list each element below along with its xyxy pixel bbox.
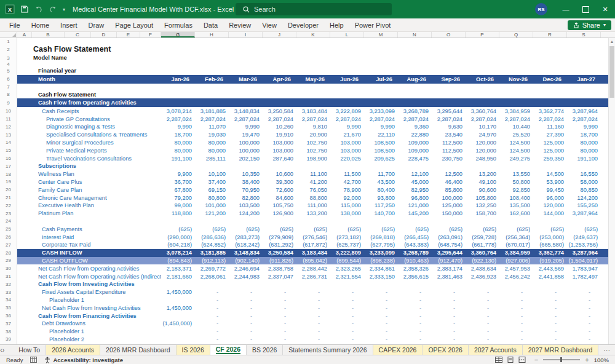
cell-value[interactable]: 11,160 <box>533 124 567 130</box>
row-header-33[interactable]: 33 <box>0 288 17 296</box>
cell-value[interactable]: - <box>466 305 499 311</box>
cell-value[interactable]: 79,200 <box>161 195 195 201</box>
cell-value[interactable]: 14,500 <box>533 171 567 177</box>
row-header-22[interactable]: 22 <box>0 202 17 210</box>
column-header-M[interactable]: M <box>364 32 398 38</box>
page-layout-view-icon[interactable] <box>507 357 514 363</box>
cell-value[interactable]: (625) <box>466 226 499 232</box>
cell-value[interactable]: 3,078,214 <box>161 250 195 256</box>
minimize-button[interactable]: — <box>556 0 576 18</box>
cell-value[interactable]: (625) <box>330 226 364 232</box>
cell-value[interactable]: - <box>263 320 296 326</box>
cell-value[interactable]: - <box>330 328 364 334</box>
cell-value[interactable]: - <box>533 313 567 319</box>
cell-value[interactable]: 2,287,024 <box>229 116 263 122</box>
cell-label[interactable]: Diagnostic Imaging & Tests <box>32 124 161 130</box>
cell-value[interactable]: - <box>296 289 330 295</box>
cell-value[interactable]: (604,218) <box>161 242 195 248</box>
excel-app-icon[interactable]: X <box>5 4 15 14</box>
cell-value[interactable]: 46,400 <box>432 179 466 185</box>
cell-value[interactable]: 78,900 <box>330 187 364 193</box>
cell-value[interactable]: - <box>499 320 533 326</box>
cell-value[interactable]: 49,100 <box>466 179 499 185</box>
cell-value[interactable]: - <box>229 305 263 311</box>
cell-value[interactable]: 3,181,885 <box>195 250 229 256</box>
cell-value[interactable]: (286,636) <box>195 234 229 240</box>
row-header-17[interactable]: 17 <box>0 162 17 170</box>
cell-value[interactable]: - <box>330 320 364 326</box>
column-header-B[interactable]: B <box>32 32 65 38</box>
column-header-H[interactable]: H <box>195 32 229 38</box>
row-header-1[interactable]: 1 <box>0 38 17 44</box>
cell-value[interactable]: 191,100 <box>567 156 601 162</box>
cell-label[interactable]: Executive Health Plan <box>32 202 161 208</box>
cell-value[interactable]: 2,333,150 <box>364 274 398 280</box>
cell-label[interactable]: Cash Receipts <box>32 108 161 114</box>
cell-value[interactable]: 103,000 <box>330 148 364 154</box>
cell-value[interactable]: 3,181,885 <box>195 108 229 114</box>
cell-value[interactable]: (661,778) <box>466 242 499 248</box>
cell-value[interactable]: 10,260 <box>263 124 296 130</box>
cell-label[interactable]: Private Medical Reports <box>32 148 161 154</box>
cell-label[interactable]: Placeholder 1 <box>32 297 161 303</box>
cell-value[interactable]: - <box>263 336 296 342</box>
row-header-36[interactable]: 36 <box>0 312 17 320</box>
cell-value[interactable]: 103,000 <box>263 148 296 154</box>
zoom-slider[interactable] <box>543 359 580 360</box>
cell-label[interactable]: Fixed Assets Capital Expenditure <box>32 289 161 295</box>
cell-value[interactable]: May-26 <box>296 76 330 82</box>
cell-value[interactable]: 3,362,774 <box>533 108 567 114</box>
cell-value[interactable]: 9,990 <box>330 124 364 130</box>
cell-value[interactable]: - <box>364 328 398 334</box>
search-input[interactable]: Search <box>236 3 392 15</box>
row-header-38[interactable]: 38 <box>0 328 17 336</box>
cell-value[interactable]: 67,800 <box>161 187 195 193</box>
cell-value[interactable]: (625) <box>533 226 567 232</box>
column-header-I[interactable]: I <box>229 32 263 38</box>
cell-value[interactable]: 2,436,923 <box>466 274 499 280</box>
cell-value[interactable]: 3,362,774 <box>533 250 567 256</box>
cell-value[interactable]: - <box>195 336 229 342</box>
cell-value[interactable]: 111,000 <box>296 202 330 208</box>
cell-value[interactable]: - <box>432 320 466 326</box>
cell-value[interactable]: (625) <box>499 226 533 232</box>
cell-value[interactable]: 125,000 <box>533 140 567 146</box>
cell-value[interactable]: 138,000 <box>330 210 364 216</box>
column-header-R[interactable]: R <box>533 32 567 38</box>
cell-value[interactable]: - <box>466 320 499 326</box>
cell-value[interactable]: Oct-26 <box>466 76 499 82</box>
cell-value[interactable]: 9,990 <box>161 124 195 130</box>
vertical-scroll-thumb[interactable] <box>609 46 614 98</box>
cell-value[interactable]: - <box>330 289 364 295</box>
cell-value[interactable]: 3,360,764 <box>466 108 499 114</box>
sheet-tab-bs-2026[interactable]: BS 2026 <box>247 345 283 355</box>
cell-value[interactable]: (283,273) <box>229 234 263 240</box>
cell-value[interactable]: - <box>195 313 229 319</box>
row-header-4[interactable]: 4 <box>0 62 17 67</box>
cell-value[interactable]: - <box>195 328 229 334</box>
row-header-9[interactable]: 9 <box>0 98 17 107</box>
column-header-L[interactable]: L <box>330 32 364 38</box>
cell-value[interactable]: - <box>263 297 296 303</box>
ribbon-tab-review[interactable]: Review <box>223 20 256 31</box>
cell-label[interactable]: Cash Flow from Operating Activities <box>17 100 161 106</box>
cell-value[interactable]: 19,910 <box>263 132 296 138</box>
cell-value[interactable]: 2,287,024 <box>263 116 296 122</box>
cell-value[interactable]: - <box>499 328 533 334</box>
cell-value[interactable]: 2,356,615 <box>398 274 432 280</box>
cell-value[interactable]: - <box>533 328 567 334</box>
cell-value[interactable]: 2,323,265 <box>330 266 364 272</box>
cell-value[interactable]: (618,242) <box>229 242 263 248</box>
cell-value[interactable]: 50,800 <box>499 179 533 185</box>
cell-value[interactable]: (670,017) <box>499 242 533 248</box>
row-header-14[interactable]: 14 <box>0 139 17 147</box>
cell-value[interactable]: - <box>398 336 432 342</box>
cell-value[interactable]: (624,852) <box>195 242 229 248</box>
restore-button[interactable] <box>576 0 595 18</box>
cell-value[interactable]: - <box>330 305 364 311</box>
cell-value[interactable]: - <box>398 305 432 311</box>
cell-value[interactable]: 191,100 <box>161 156 195 162</box>
cell-value[interactable]: 72,600 <box>263 187 296 193</box>
cell-value[interactable]: 230,750 <box>432 156 466 162</box>
cell-value[interactable]: (895,042) <box>296 258 330 264</box>
